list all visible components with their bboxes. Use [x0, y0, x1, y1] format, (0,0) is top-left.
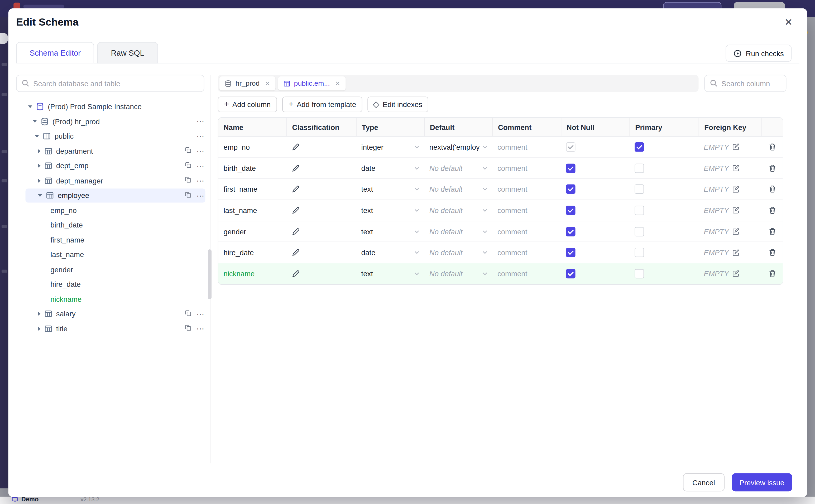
comment-input[interactable]: comment [492, 137, 561, 157]
default-select[interactable]: No default [424, 263, 492, 284]
default-select[interactable]: No default [424, 242, 492, 263]
primary-checkbox[interactable] [635, 142, 644, 152]
tree-item-department[interactable]: department ⋯ [16, 144, 206, 158]
comment-input[interactable]: comment [492, 263, 561, 284]
primary-checkbox[interactable] [635, 269, 644, 278]
comment-input[interactable]: comment [492, 179, 561, 200]
default-select[interactable]: No default [424, 158, 492, 178]
pencil-icon[interactable] [292, 185, 300, 193]
trash-icon[interactable] [768, 249, 777, 257]
trash-icon[interactable] [768, 185, 777, 193]
tree-item-dept-manager[interactable]: dept_manager ⋯ [16, 173, 206, 188]
type-select[interactable]: text [356, 221, 424, 242]
type-select[interactable]: text [356, 200, 424, 221]
edit-box-icon[interactable] [732, 270, 740, 278]
caret-down-icon[interactable] [33, 120, 37, 123]
tab-schema-editor[interactable]: Schema Editor [16, 42, 94, 64]
tree-item-emp-no[interactable]: emp_no [16, 203, 206, 218]
more-menu-icon[interactable]: ⋯ [196, 177, 204, 185]
tree-item-employee[interactable]: employee ⋯ [16, 188, 206, 203]
copy-icon[interactable] [185, 176, 192, 185]
database-search-input[interactable] [16, 75, 204, 92]
not-null-checkbox[interactable] [566, 248, 575, 257]
trash-icon[interactable] [768, 270, 777, 278]
edit-box-icon[interactable] [732, 249, 740, 257]
cancel-button[interactable]: Cancel [683, 473, 725, 491]
trash-icon[interactable] [768, 206, 777, 215]
add-from-template-button[interactable]: +Add from template [282, 97, 362, 112]
caret-right-icon[interactable] [38, 327, 41, 331]
tree-item-gender[interactable]: gender [16, 262, 206, 277]
not-null-checkbox[interactable] [566, 269, 575, 278]
not-null-checkbox[interactable] [566, 185, 575, 194]
trash-icon[interactable] [768, 227, 777, 236]
primary-checkbox[interactable] [635, 185, 644, 194]
column-name-cell[interactable]: hire_date [218, 242, 286, 263]
copy-icon[interactable] [185, 324, 192, 333]
tree-item-dept-emp[interactable]: dept_emp ⋯ [16, 158, 206, 173]
tree-item-public[interactable]: public ⋯ [16, 129, 206, 144]
copy-icon[interactable] [185, 161, 192, 170]
copy-icon[interactable] [185, 309, 192, 318]
caret-down-icon[interactable] [28, 105, 32, 108]
primary-checkbox[interactable] [635, 248, 644, 257]
column-name-cell[interactable]: gender [218, 221, 286, 242]
not-null-checkbox[interactable] [566, 206, 575, 215]
pencil-icon[interactable] [292, 143, 300, 151]
caret-right-icon[interactable] [38, 178, 41, 183]
default-select[interactable]: No default [424, 200, 492, 221]
trash-icon[interactable] [768, 164, 777, 172]
not-null-checkbox[interactable] [566, 227, 575, 236]
run-checks-button[interactable]: Run checks [726, 45, 792, 62]
close-icon[interactable]: ✕ [335, 80, 340, 87]
primary-checkbox[interactable] [635, 227, 644, 236]
default-select[interactable]: No default [424, 179, 492, 200]
edit-box-icon[interactable] [732, 164, 740, 172]
more-menu-icon[interactable]: ⋯ [196, 147, 204, 155]
more-menu-icon[interactable]: ⋯ [196, 162, 204, 170]
type-select[interactable]: text [356, 179, 424, 200]
caret-right-icon[interactable] [38, 312, 41, 316]
tree-item-instance[interactable]: (Prod) Prod Sample Instance [16, 99, 206, 114]
caret-down-icon[interactable] [35, 135, 39, 138]
edit-box-icon[interactable] [732, 143, 740, 151]
copy-icon[interactable] [185, 191, 192, 200]
comment-input[interactable]: comment [492, 158, 561, 178]
edit-box-icon[interactable] [732, 185, 740, 193]
tree-item-last-name[interactable]: last_name [16, 247, 206, 262]
comment-input[interactable]: comment [492, 242, 561, 263]
pencil-icon[interactable] [292, 227, 300, 236]
not-null-checkbox[interactable] [566, 163, 575, 173]
type-select[interactable]: integer [356, 137, 424, 157]
tab-chip-hr-prod[interactable]: hr_prod ✕ [219, 76, 275, 90]
caret-right-icon[interactable] [38, 149, 41, 153]
pencil-icon[interactable] [292, 249, 300, 257]
more-menu-icon[interactable]: ⋯ [196, 118, 204, 125]
pencil-icon[interactable] [292, 164, 300, 172]
not-null-checkbox[interactable] [566, 142, 575, 152]
more-menu-icon[interactable]: ⋯ [196, 310, 204, 318]
column-name-cell[interactable]: birth_date [218, 158, 286, 178]
caret-down-icon[interactable] [38, 194, 42, 197]
pencil-icon[interactable] [292, 270, 300, 278]
add-column-button[interactable]: +Add column [218, 97, 277, 112]
trash-icon[interactable] [768, 143, 777, 151]
tree-item-hr-prod[interactable]: (Prod) hr_prod ⋯ [16, 114, 206, 129]
column-search-input[interactable] [704, 75, 786, 92]
tab-chip-public-employee[interactable]: public.em... ✕ [278, 76, 345, 90]
tree-item-birth-date[interactable]: birth_date [16, 218, 206, 232]
comment-input[interactable]: comment [492, 200, 561, 221]
tree-item-salary[interactable]: salary ⋯ [16, 307, 206, 321]
edit-box-icon[interactable] [732, 227, 740, 235]
tree-item-title[interactable]: title ⋯ [16, 321, 206, 336]
default-select[interactable]: nextval('employ [424, 137, 492, 157]
tree-scrollbar[interactable] [208, 249, 211, 299]
column-name-cell[interactable]: nickname [218, 263, 286, 284]
type-select[interactable]: date [356, 158, 424, 178]
column-name-cell[interactable]: first_name [218, 179, 286, 200]
comment-input[interactable]: comment [492, 221, 561, 242]
edit-box-icon[interactable] [732, 206, 740, 214]
close-icon[interactable]: ✕ [781, 17, 796, 27]
default-select[interactable]: No default [424, 221, 492, 242]
tab-raw-sql[interactable]: Raw SQL [97, 42, 158, 64]
